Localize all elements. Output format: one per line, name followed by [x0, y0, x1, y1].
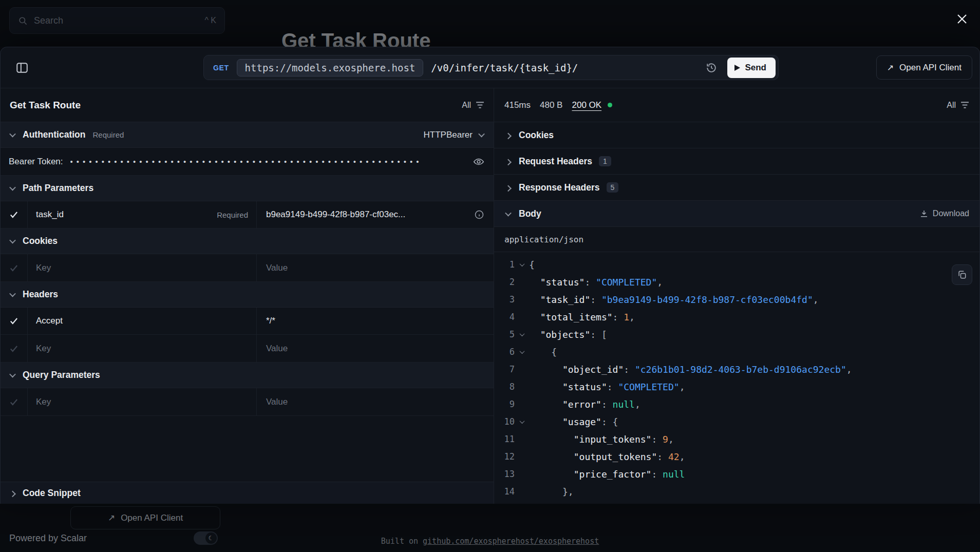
header-key: Accept [36, 316, 63, 326]
chevron-right-icon [9, 489, 16, 497]
footer-open-api-client-button[interactable]: ↗ Open API Client [70, 506, 220, 529]
history-icon[interactable] [703, 60, 720, 76]
address-bar[interactable]: GET https://models.exosphere.host /v0/in… [203, 55, 779, 80]
line-number: 12 [494, 451, 515, 462]
code-text: "objects": [ [529, 329, 607, 340]
sidebar-icon [15, 61, 29, 74]
key-input[interactable]: Key [28, 335, 257, 362]
copy-icon [957, 270, 967, 280]
fold-toggle-icon[interactable] [515, 350, 529, 354]
value-input[interactable]: Value [257, 254, 494, 281]
line-number: 3 [494, 294, 515, 304]
line-number: 9 [494, 399, 515, 409]
request-filter-button[interactable]: All [462, 101, 484, 110]
code-line: 7 "object_id": "c26b1b01-98d2-4063-b7eb-… [494, 360, 979, 378]
row-checkbox[interactable] [1, 335, 28, 362]
eye-icon[interactable] [472, 156, 485, 167]
line-number: 11 [494, 434, 515, 444]
section-cookies[interactable]: Cookies [1, 229, 494, 254]
header-row-accept: Accept */* [1, 308, 494, 335]
open-api-client-button[interactable]: ↗ Open API Client [876, 55, 972, 80]
line-number: 14 [494, 486, 515, 497]
line-number: 8 [494, 382, 515, 392]
request-headers-count-badge: 1 [599, 156, 611, 166]
section-code-snippet[interactable]: Code Snippet [1, 482, 494, 504]
line-number: 4 [494, 312, 515, 322]
code-text: "output_tokens": 42, [529, 451, 685, 462]
send-button[interactable]: Send [727, 58, 776, 78]
section-response-headers[interactable]: Response Headers 5 [494, 175, 979, 201]
sidebar-toggle-button[interactable] [14, 60, 30, 76]
footer-built-on: Built on github.com/exospherehost/exosph… [0, 537, 980, 546]
download-button[interactable]: Download [919, 209, 969, 218]
fold-toggle-icon[interactable] [515, 420, 529, 424]
row-checkbox[interactable] [1, 201, 28, 228]
key-input[interactable]: Key [28, 388, 257, 415]
code-text: "total_items": 1, [529, 312, 635, 322]
bearer-token-label: Bearer Token: [9, 157, 63, 167]
chevron-down-icon [9, 184, 16, 192]
cookies-title: Cookies [23, 236, 58, 246]
code-line: 2 "status": "COMPLETED", [494, 273, 979, 291]
value-input[interactable]: Value [257, 335, 494, 362]
section-response-cookies[interactable]: Cookies [494, 122, 979, 148]
code-line: 4 "total_items": 1, [494, 308, 979, 326]
section-headers[interactable]: Headers [1, 282, 494, 308]
close-icon[interactable] [953, 10, 971, 28]
line-number: 5 [494, 329, 515, 339]
check-icon [9, 397, 18, 407]
code-line: 10 "usage": { [494, 413, 979, 430]
code-text: "price_factor": null [529, 469, 685, 480]
response-status[interactable]: 200 OK [572, 100, 601, 110]
task-id-value-input[interactable]: b9ea9149-b499-42f8-b987-cf03ec... [257, 201, 494, 228]
response-duration: 415ms [504, 100, 531, 110]
section-request-headers[interactable]: Request Headers 1 [494, 148, 979, 175]
body-label: Body [519, 208, 541, 219]
code-text: "error": null, [529, 399, 640, 410]
search-placeholder: Search [34, 15, 198, 26]
base-url-chip[interactable]: https://models.exosphere.host [237, 59, 424, 77]
screen: Search ^ K Get Task Route GET https://mo… [0, 0, 980, 552]
key-placeholder: Key [36, 263, 51, 273]
section-path-parameters[interactable]: Path Parameters [1, 176, 494, 201]
section-body[interactable]: Body Download [494, 201, 979, 227]
authentication-required-label: Required [93, 130, 124, 139]
open-api-client-label: Open API Client [899, 63, 962, 73]
check-icon [9, 210, 18, 219]
check-icon [9, 316, 18, 326]
request-path-input[interactable]: /v0/infer/task/{task_id}/ [431, 62, 578, 73]
line-number: 2 [494, 277, 515, 287]
code-line: 13 "price_factor": null [494, 465, 979, 483]
query-kv-row: Key Value [1, 388, 494, 416]
row-checkbox[interactable] [1, 308, 28, 334]
copy-button[interactable] [952, 264, 972, 285]
request-panel: Get Task Route All Authentication Requir… [1, 88, 494, 504]
key-placeholder: Key [36, 397, 51, 407]
repo-link[interactable]: github.com/exospherehost/exospherehost [423, 537, 599, 546]
key-input[interactable]: Key [28, 254, 257, 281]
content-type-label: application/json [494, 227, 979, 252]
value-input[interactable]: Value [257, 388, 494, 415]
code-line: 6 { [494, 343, 979, 360]
search-icon [18, 16, 28, 26]
fold-toggle-icon[interactable] [515, 263, 529, 267]
search-input[interactable]: Search ^ K [9, 7, 225, 34]
response-filter-button[interactable]: All [947, 101, 969, 110]
request-header: Get Task Route All [1, 88, 494, 122]
cookies-kv-row: Key Value [1, 254, 494, 282]
filter-icon [960, 101, 969, 109]
bearer-token-row: Bearer Token: ••••••••••••••••••••••••••… [1, 148, 494, 176]
chevron-right-icon [504, 184, 512, 192]
bearer-token-input[interactable]: ••••••••••••••••••••••••••••••••••••••••… [70, 157, 465, 166]
info-icon[interactable] [474, 210, 484, 220]
section-query-parameters[interactable]: Query Parameters [1, 363, 494, 388]
section-authentication[interactable]: Authentication Required HTTPBearer [1, 122, 494, 148]
row-checkbox[interactable] [1, 254, 28, 281]
row-checkbox[interactable] [1, 388, 28, 415]
auth-scheme-select[interactable]: HTTPBearer [424, 130, 485, 140]
chevron-down-icon [9, 237, 16, 245]
value-input[interactable]: */* [257, 308, 494, 334]
key-input[interactable]: Accept [28, 308, 257, 334]
fold-toggle-icon[interactable] [515, 333, 529, 336]
client-topbar: GET https://models.exosphere.host /v0/in… [1, 47, 979, 88]
